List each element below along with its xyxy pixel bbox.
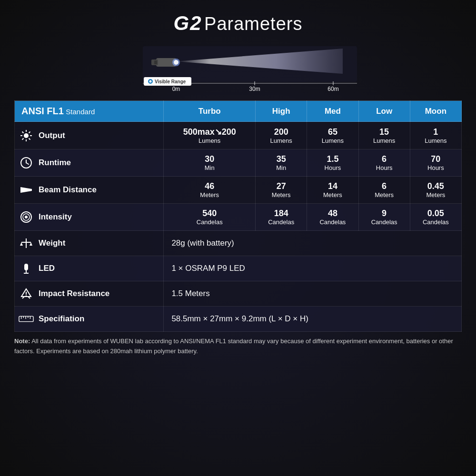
- title-g2: G2: [174, 12, 202, 34]
- label-text-intensity: Intensity: [39, 212, 72, 222]
- header-turbo: Turbo: [164, 101, 256, 122]
- label-text-spec: Specifiation: [39, 314, 84, 324]
- row-label-output: Output: [15, 122, 164, 149]
- moon-intensity: 0.05 Candelas: [410, 204, 461, 231]
- moon-runtime: 70 Hours: [410, 149, 461, 177]
- moon-output: 1 Lumens: [410, 122, 461, 149]
- table-row: Weight 28g (with battery): [15, 231, 462, 256]
- svg-point-33: [25, 216, 28, 218]
- ruler-icon: [19, 311, 34, 327]
- table-row: Runtime 30 Min 35 Min 1.5 Hours 6 Hours …: [15, 149, 462, 177]
- span-value-weight: 28g (with battery): [164, 231, 462, 256]
- svg-text:Visible Range: Visible Range: [155, 79, 186, 84]
- span-value-impact: 1.5 Meters: [164, 281, 462, 307]
- turbo-runtime: 30 Min: [164, 149, 256, 177]
- svg-line-23: [22, 131, 24, 133]
- led-icon: [19, 261, 34, 276]
- label-text-weight: Weight: [39, 238, 65, 248]
- svg-line-26: [22, 138, 24, 139]
- svg-text:60m: 60m: [327, 86, 338, 92]
- label-text-impact: Impact Resistance: [39, 289, 109, 298]
- header-moon: Moon: [410, 101, 461, 122]
- row-label-beam-distance: Beam Distance: [15, 177, 164, 204]
- high-runtime: 35 Min: [256, 149, 307, 177]
- clock-icon: [19, 155, 34, 170]
- target-icon: [19, 209, 34, 225]
- header-med: Med: [307, 101, 358, 122]
- turbo-beam-distance: 46 Meters: [164, 177, 256, 204]
- header-low: Low: [358, 101, 410, 122]
- high-output: 200 Lumens: [256, 122, 307, 149]
- svg-line-25: [29, 131, 30, 133]
- title-section: G2 Parameters: [174, 12, 303, 35]
- low-output: 15 Lumens: [358, 122, 410, 149]
- svg-text:0m: 0m: [172, 86, 180, 92]
- table-row: Intensity 540 Candelas 184 Candelas 48 C…: [15, 204, 462, 231]
- med-output: 65 Lumens: [307, 122, 358, 149]
- svg-point-18: [24, 133, 29, 138]
- header-standard-text: Standard: [66, 108, 95, 116]
- beam-section: 0m 30m 60m Visible Range: [114, 41, 362, 94]
- label-text-output: Output: [39, 131, 65, 140]
- high-intensity: 184 Candelas: [256, 204, 307, 231]
- scale-icon: [19, 236, 34, 251]
- svg-line-29: [26, 163, 29, 164]
- low-intensity: 9 Candelas: [358, 204, 410, 231]
- label-text-runtime: Runtime: [39, 158, 71, 168]
- row-label-runtime: Runtime: [15, 149, 164, 177]
- low-runtime: 6 Hours: [358, 149, 410, 177]
- high-beam-distance: 27 Meters: [256, 177, 307, 204]
- impact-icon: [19, 286, 34, 301]
- page-wrapper: G2 Parameters: [0, 0, 476, 476]
- table-row: Beam Distance 46 Meters 27 Meters 14 Met…: [15, 177, 462, 204]
- row-label-led: LED: [15, 256, 164, 281]
- header-high: High: [256, 101, 307, 122]
- med-runtime: 1.5 Hours: [307, 149, 358, 177]
- label-text-beam-distance: Beam Distance: [39, 185, 97, 195]
- svg-line-24: [29, 138, 30, 139]
- svg-text:30m: 30m: [249, 86, 260, 92]
- table-row: LED 1 × OSRAM P9 LED: [15, 256, 462, 281]
- header-ansi: ANSI FL1 Standard: [15, 101, 164, 122]
- svg-marker-30: [20, 187, 32, 193]
- row-label-spec: Specifiation: [15, 307, 164, 332]
- row-label-weight: Weight: [15, 231, 164, 256]
- beam-icon: [19, 182, 34, 198]
- svg-point-40: [26, 296, 27, 297]
- table-header-row: ANSI FL1 Standard Turbo High Med Low Moo…: [15, 101, 462, 122]
- svg-point-6: [174, 60, 178, 65]
- beam-diagram: 0m 30m 60m Visible Range: [114, 41, 362, 94]
- svg-point-16: [149, 80, 152, 83]
- svg-rect-4: [154, 60, 157, 64]
- title-params: Parameters: [204, 14, 302, 34]
- note-text: All data from experiments of WUBEN lab a…: [14, 337, 453, 355]
- low-beam-distance: 6 Meters: [358, 177, 410, 204]
- table-row: Impact Resistance 1.5 Meters: [15, 281, 462, 307]
- params-table: ANSI FL1 Standard Turbo High Med Low Moo…: [14, 100, 462, 332]
- med-beam-distance: 14 Meters: [307, 177, 358, 204]
- table-row: Output 500max↘200 Lumens 200 Lumens 65 L…: [15, 122, 462, 149]
- span-value-spec: 58.5mm × 27mm × 9.2mm (L × D × H): [164, 307, 462, 332]
- turbo-intensity: 540 Candelas: [164, 204, 256, 231]
- table-row: Specifiation 58.5mm × 27mm × 9.2mm (L × …: [15, 307, 462, 332]
- header-ansi-text: ANSI FL1: [21, 106, 64, 116]
- row-label-impact: Impact Resistance: [15, 281, 164, 307]
- label-text-led: LED: [39, 264, 55, 273]
- sun-icon: [19, 128, 34, 143]
- span-value-led: 1 × OSRAM P9 LED: [164, 256, 462, 281]
- note-label: Note:: [14, 337, 30, 345]
- moon-beam-distance: 0.45 Meters: [410, 177, 461, 204]
- note-section: Note: All data from experiments of WUBEN…: [14, 337, 462, 357]
- row-label-intensity: Intensity: [15, 204, 164, 231]
- svg-rect-36: [24, 264, 28, 270]
- med-intensity: 48 Candelas: [307, 204, 358, 231]
- turbo-output: 500max↘200 Lumens: [164, 122, 256, 149]
